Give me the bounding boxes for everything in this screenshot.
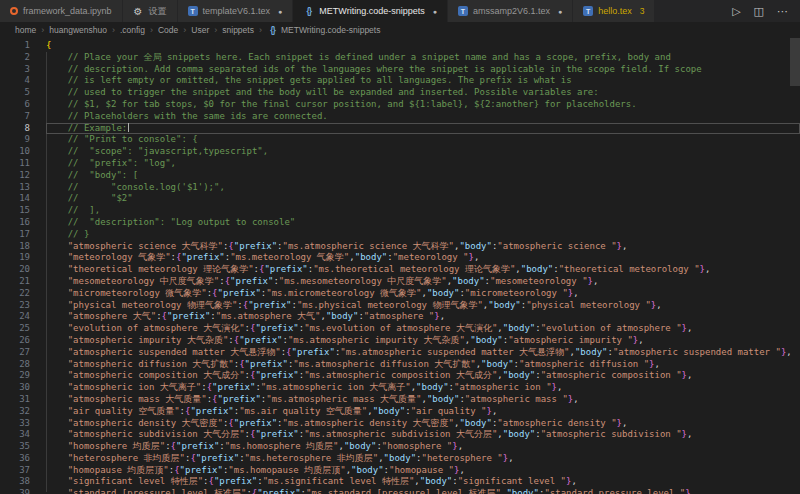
code-content: // }: [46, 229, 800, 241]
code-line[interactable]: 1{: [0, 40, 800, 52]
tab-hello.tex[interactable]: hello.tex3: [573, 0, 655, 22]
code-content: "atmospheric diffusion 大气扩散":{"prefix":"…: [46, 359, 800, 371]
code-line[interactable]: 28 "atmospheric diffusion 大气扩散":{"prefix…: [0, 359, 800, 371]
code-line[interactable]: 27 "atmospheric suspended matter 大气悬浮物":…: [0, 347, 800, 359]
breadcrumb: home›huangwenshuo›.config›Code›User›snip…: [0, 22, 800, 38]
code-line[interactable]: 20 "theoretical meteorology 理论气象学":{"pre…: [0, 264, 800, 276]
breadcrumb-item[interactable]: METWriting.code-snippets: [267, 25, 381, 36]
breadcrumb-label: snippets: [222, 25, 254, 35]
tab-label: amssamp2V6.1.tex: [473, 6, 550, 16]
breadcrumb-item[interactable]: User: [191, 25, 209, 35]
code-line[interactable]: 36 "heterosphere 非均质层":{"prefix":"ms.het…: [0, 453, 800, 465]
code-line[interactable]: 23 "physical meteorology 物理气象学":{"prefix…: [0, 300, 800, 312]
code-content: "atmospheric science 大气科学":{"prefix":"ms…: [46, 241, 800, 253]
code-line[interactable]: 4 // is left empty or omitted, the snipp…: [0, 75, 800, 87]
code-line[interactable]: 22 "micrometeorology 微气象学":{"prefix":"ms…: [0, 288, 800, 300]
line-number: 19: [0, 252, 30, 264]
tab-label: hello.tex: [598, 6, 632, 16]
breadcrumb-item[interactable]: huangwenshuo: [49, 25, 107, 35]
tab-amssamp2V6.1.tex[interactable]: amssamp2V6.1.tex●: [448, 0, 573, 22]
code-line[interactable]: 35 "homosphere 均质层":{"prefix":"ms.homosp…: [0, 441, 800, 453]
code-line[interactable]: 11 // "prefix": "log",: [0, 158, 800, 170]
line-number: 37: [0, 465, 30, 477]
tab-METWriting.code-snippets[interactable]: METWriting.code-snippets●: [293, 0, 448, 22]
code-line[interactable]: 6 // $1, $2 for tab stops, $0 for the fi…: [0, 99, 800, 111]
breadcrumb-separator: ›: [41, 25, 44, 35]
line-number: 17: [0, 229, 30, 241]
code-line[interactable]: 38 "significant level 特性层":{"prefix":"ms…: [0, 476, 800, 488]
editor-actions: ▷◫⋯: [720, 0, 800, 22]
code-line[interactable]: 39 "standard [pressure] level 标准层":{"pre…: [0, 488, 800, 494]
code-line[interactable]: 29 "atmospheric composition 大气成分":{"pref…: [0, 370, 800, 382]
code-line[interactable]: 10 // "scope": "javascript,typescript",: [0, 146, 800, 158]
code-content: "homopause 均质层顶":{"prefix":"ms.homopause…: [46, 465, 800, 477]
modified-indicator[interactable]: ●: [433, 8, 437, 15]
code-line[interactable]: 30 "atmospheric ion 大气离子":{"prefix":"ms.…: [0, 382, 800, 394]
breadcrumb-separator: ›: [214, 25, 217, 35]
code-content: // "scope": "javascript,typescript",: [46, 146, 800, 158]
editor[interactable]: 1{2 // Place your 全局 snippets here. Each…: [0, 38, 800, 494]
code-content: {: [46, 40, 800, 52]
code-line[interactable]: 12 // "body": [: [0, 170, 800, 182]
code-line[interactable]: 18 "atmospheric science 大气科学":{"prefix":…: [0, 241, 800, 253]
run-button[interactable]: ▷: [732, 0, 740, 22]
more-actions-button[interactable]: ⋯: [777, 0, 788, 22]
tab-bar: framework_data.ipynb设置templateV6.1.tex●M…: [0, 0, 800, 22]
tab-templateV6.1.tex[interactable]: templateV6.1.tex●: [178, 0, 294, 22]
breadcrumb-item[interactable]: home: [15, 25, 36, 35]
code-line[interactable]: 2 // Place your 全局 snippets here. Each s…: [0, 52, 800, 64]
code-line[interactable]: 14 // "$2": [0, 193, 800, 205]
code-line[interactable]: 26 "atmospheric impurity 大气杂质":{"prefix"…: [0, 335, 800, 347]
modified-indicator[interactable]: ●: [558, 8, 562, 15]
code-line[interactable]: 13 // "console.log('$1');",: [0, 182, 800, 194]
code-content: // "Print to console": {: [46, 134, 800, 146]
code-content: // used to trigger the snippet and the b…: [46, 87, 800, 99]
code-content: "significant level 特性层":{"prefix":"ms.si…: [46, 476, 800, 488]
code-line[interactable]: 8 // Example:: [0, 123, 800, 135]
line-number: 34: [0, 429, 30, 441]
code-line[interactable]: 31 "atmospheric mass 大气质量":{"prefix":"ms…: [0, 394, 800, 406]
tex-icon: [583, 6, 593, 16]
line-number: 4: [0, 75, 30, 87]
code-line[interactable]: 9 // "Print to console": {: [0, 134, 800, 146]
code-line[interactable]: 25 "evolution of atmosphere 大气演化":{"pref…: [0, 323, 800, 335]
code-content: "atmospheric ion 大气离子":{"prefix":"ms.atm…: [46, 382, 800, 394]
code-line[interactable]: 32 "air quality 空气质量":{"prefix":"ms.air …: [0, 406, 800, 418]
code-line[interactable]: 7 // Placeholders with the same ids are …: [0, 111, 800, 123]
breadcrumb-item[interactable]: snippets: [222, 25, 254, 35]
code-content: // Example:: [46, 123, 800, 135]
breadcrumb-item[interactable]: Code: [158, 25, 178, 35]
line-number: 14: [0, 193, 30, 205]
line-number: 20: [0, 264, 30, 276]
code-line[interactable]: 34 "atmospheric subdivision 大气分层":{"pref…: [0, 429, 800, 441]
modified-indicator[interactable]: ●: [278, 8, 282, 15]
code-line[interactable]: 15 // ],: [0, 205, 800, 217]
code-content: "standard [pressure] level 标准层":{"prefix…: [46, 488, 800, 494]
code-line[interactable]: 33 "atmospheric density 大气密度":{"prefix":…: [0, 418, 800, 430]
code-line[interactable]: 16 // "description": "Log output to cons…: [0, 217, 800, 229]
tab-framework_data.ipynb[interactable]: framework_data.ipynb: [0, 0, 123, 22]
breadcrumb-item[interactable]: .config: [120, 25, 145, 35]
code-content: // Placeholders with the same ids are co…: [46, 111, 800, 123]
line-number: 10: [0, 146, 30, 158]
line-number: 32: [0, 406, 30, 418]
code-content: // description. Add comma separated ids …: [46, 64, 800, 76]
code-line[interactable]: 37 "homopause 均质层顶":{"prefix":"ms.homopa…: [0, 465, 800, 477]
code-line[interactable]: 17 // }: [0, 229, 800, 241]
tab-label: 设置: [149, 5, 167, 18]
notebook-icon: [10, 7, 18, 15]
code-content: "air quality 空气质量":{"prefix":"ms.air qua…: [46, 406, 800, 418]
code-line[interactable]: 5 // used to trigger the snippet and the…: [0, 87, 800, 99]
split-editor-button[interactable]: ◫: [754, 0, 764, 22]
code-line[interactable]: 19 "meteorology 气象学":{"prefix":"ms.meteo…: [0, 252, 800, 264]
gear-icon: [133, 6, 144, 17]
line-number: 1: [0, 40, 30, 52]
tab-设置[interactable]: 设置: [123, 0, 178, 22]
breadcrumb-label: METWriting.code-snippets: [281, 25, 381, 35]
line-number: 36: [0, 453, 30, 465]
code-line[interactable]: 21 "mesometeorology 中尺度气象学":{"prefix":"m…: [0, 276, 800, 288]
code-line[interactable]: 24 "atmosphere 大气":{"prefix":"ms.atmosph…: [0, 311, 800, 323]
snippets-icon: [303, 6, 314, 17]
code-line[interactable]: 3 // description. Add comma separated id…: [0, 64, 800, 76]
scrollbar-thumb[interactable]: [790, 38, 800, 86]
